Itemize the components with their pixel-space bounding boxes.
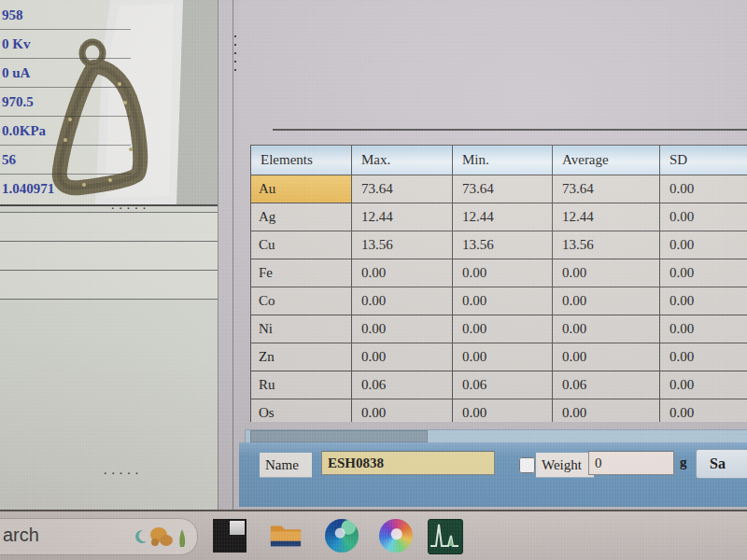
readout-row: 1.040971 bbox=[0, 175, 131, 203]
header-average: Average bbox=[553, 146, 660, 175]
empty-result-list bbox=[0, 212, 218, 300]
readout-row: 0 uA bbox=[0, 59, 131, 88]
results-table: Elements Max. Min. Average SD Au 73.64 7… bbox=[250, 145, 747, 422]
average-cell: 12.44 bbox=[553, 203, 660, 231]
max-cell: 13.56 bbox=[352, 231, 453, 259]
element-cell: Ru bbox=[251, 371, 352, 399]
table-row[interactable]: Co 0.00 0.00 0.00 0.00 bbox=[251, 287, 747, 315]
taskbar: arch bbox=[0, 511, 747, 560]
average-cell: 0.06 bbox=[553, 371, 660, 399]
xrf-app-icon[interactable] bbox=[428, 519, 463, 554]
weight-unit-label: g bbox=[680, 455, 687, 470]
empty-list-row bbox=[0, 271, 218, 300]
header-sd: SD bbox=[660, 146, 747, 175]
splitter-grip-icon bbox=[234, 35, 236, 75]
file-explorer-icon[interactable] bbox=[269, 519, 303, 553]
xrf-analyzer-window: 958 0 Kv 0 uA 970.5 0.0KPa 56 1.040971 ·… bbox=[0, 0, 747, 511]
table-row[interactable]: Au 73.64 73.64 73.64 0.00 bbox=[251, 175, 747, 203]
spectrum-peaks-icon bbox=[429, 520, 460, 552]
photographed-screen: 958 0 Kv 0 uA 970.5 0.0KPa 56 1.040971 ·… bbox=[0, 0, 747, 560]
header-elements: Elements bbox=[251, 146, 352, 175]
sd-cell: 0.00 bbox=[660, 175, 747, 203]
max-cell: 0.00 bbox=[352, 343, 453, 371]
camera-readouts: 958 0 Kv 0 uA 970.5 0.0KPa 56 1.040971 bbox=[0, 1, 131, 203]
save-button[interactable]: Sa bbox=[696, 449, 747, 479]
folder-icon bbox=[269, 519, 303, 553]
scrollbar-thumb[interactable] bbox=[250, 430, 428, 442]
search-label: arch bbox=[3, 525, 39, 546]
name-label: Name bbox=[260, 453, 312, 477]
edge-browser-icon[interactable] bbox=[325, 519, 359, 553]
weight-checkbox[interactable] bbox=[519, 457, 535, 473]
min-cell: 0.00 bbox=[453, 315, 553, 343]
table-header-row: Elements Max. Min. Average SD bbox=[251, 146, 747, 175]
max-cell: 0.00 bbox=[352, 315, 453, 343]
panel-splitter[interactable] bbox=[233, 0, 237, 510]
average-cell: 73.64 bbox=[553, 175, 660, 203]
sd-cell: 0.00 bbox=[660, 231, 747, 259]
empty-list-row bbox=[0, 213, 218, 242]
max-cell: 0.00 bbox=[352, 399, 453, 423]
element-cell: Ag bbox=[251, 203, 352, 231]
table-row[interactable]: Ag 12.44 12.44 12.44 0.00 bbox=[251, 203, 747, 231]
readout-row: 970.5 bbox=[0, 88, 131, 117]
sample-name-input[interactable] bbox=[321, 451, 495, 475]
readout-row: 56 bbox=[0, 146, 131, 175]
camera-view: 958 0 Kv 0 uA 970.5 0.0KPa 56 1.040971 bbox=[0, 0, 218, 206]
min-cell: 12.44 bbox=[453, 203, 553, 231]
min-cell: 0.00 bbox=[453, 259, 553, 287]
copilot-icon[interactable] bbox=[379, 519, 413, 553]
readout-value: 1.040971 bbox=[0, 175, 131, 203]
max-cell: 12.44 bbox=[352, 203, 453, 231]
min-cell: 0.06 bbox=[453, 371, 553, 399]
max-cell: 73.64 bbox=[352, 175, 453, 203]
element-cell: Cu bbox=[251, 231, 352, 259]
sd-cell: 0.00 bbox=[660, 315, 747, 343]
average-cell: 0.00 bbox=[553, 399, 660, 423]
readout-value: 970.5 bbox=[0, 88, 131, 116]
max-cell: 0.00 bbox=[352, 287, 453, 315]
readout-value: 56 bbox=[0, 146, 131, 174]
sample-info-bar: Name Weight g Sa bbox=[239, 442, 747, 507]
section-divider bbox=[273, 129, 747, 131]
table-row[interactable]: Zn 0.00 0.00 0.00 0.00 bbox=[251, 343, 747, 371]
element-cell: Os bbox=[251, 399, 352, 423]
black-app-icon[interactable] bbox=[213, 519, 247, 553]
search-daily-image-icon bbox=[134, 523, 190, 551]
camera-panel: 958 0 Kv 0 uA 970.5 0.0KPa 56 1.040971 ·… bbox=[0, 0, 218, 510]
readout-value: 0 Kv bbox=[0, 30, 131, 58]
average-cell: 0.00 bbox=[553, 287, 660, 315]
max-cell: 0.06 bbox=[352, 371, 453, 399]
table-row[interactable]: Fe 0.00 0.00 0.00 0.00 bbox=[251, 259, 747, 287]
sd-cell: 0.00 bbox=[660, 371, 747, 399]
collapse-dots-bottom[interactable]: ····· bbox=[103, 469, 142, 478]
readout-row: 0.0KPa bbox=[0, 117, 131, 146]
results-table-body: Au 73.64 73.64 73.64 0.00 Ag 12.44 12.44… bbox=[251, 175, 747, 423]
max-cell: 0.00 bbox=[352, 259, 453, 287]
table-row[interactable]: Ru 0.06 0.06 0.06 0.00 bbox=[251, 371, 747, 399]
element-cell: Co bbox=[251, 287, 352, 315]
min-cell: 0.00 bbox=[453, 399, 553, 423]
table-row[interactable]: Cu 13.56 13.56 13.56 0.00 bbox=[251, 231, 747, 259]
weight-input[interactable] bbox=[588, 451, 674, 475]
weight-label: Weight bbox=[536, 453, 594, 477]
min-cell: 0.00 bbox=[453, 343, 553, 371]
min-cell: 73.64 bbox=[453, 175, 553, 203]
table-row[interactable]: Os 0.00 0.00 0.00 0.00 bbox=[251, 399, 747, 423]
min-cell: 13.56 bbox=[453, 231, 553, 259]
sd-cell: 0.00 bbox=[660, 203, 747, 231]
table-row[interactable]: Ni 0.00 0.00 0.00 0.00 bbox=[251, 315, 747, 343]
readout-value: 0 uA bbox=[0, 59, 131, 87]
sd-cell: 0.00 bbox=[660, 343, 747, 371]
readout-value: 958 bbox=[0, 1, 131, 29]
results-panel: Elements Max. Min. Average SD Au 73.64 7… bbox=[239, 0, 747, 510]
sd-cell: 0.00 bbox=[660, 259, 747, 287]
readout-row: 0 Kv bbox=[0, 30, 131, 59]
taskbar-search[interactable]: arch bbox=[0, 518, 198, 555]
element-cell: Zn bbox=[251, 343, 352, 371]
header-min: Min. bbox=[453, 146, 553, 175]
element-cell: Ni bbox=[251, 315, 352, 343]
min-cell: 0.00 bbox=[453, 287, 553, 315]
empty-list-row bbox=[0, 242, 218, 271]
horizontal-scrollbar[interactable] bbox=[245, 429, 747, 443]
